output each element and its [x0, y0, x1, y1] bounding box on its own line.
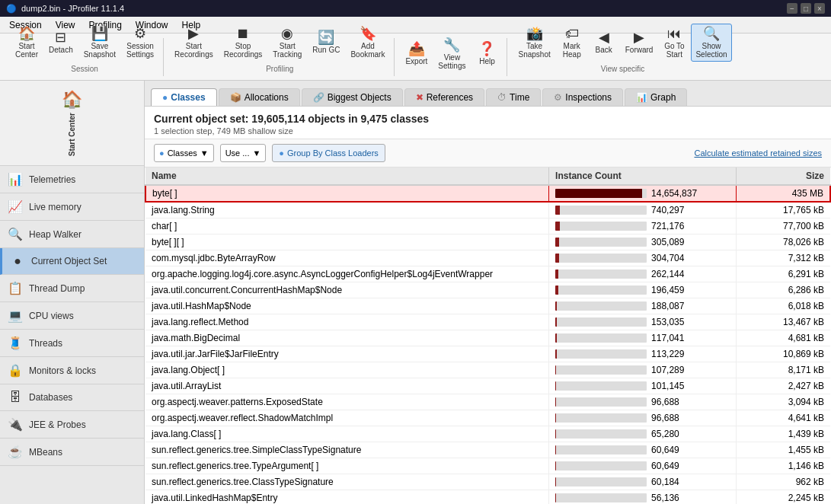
stop-icon: ⏹: [236, 27, 250, 40]
take-snapshot-button[interactable]: 📸 TakeSnapshot: [513, 24, 555, 62]
table-row[interactable]: byte[ ][ ]305,08978,026 kB: [145, 234, 830, 250]
cell-instance-count: 113,229: [549, 346, 737, 362]
data-table: Name Instance Count Size byte[ ]14,654,8…: [145, 167, 831, 504]
table-row[interactable]: java.util.concurrent.ConcurrentHashMap$N…: [145, 282, 830, 298]
tab-graph[interactable]: 📊 Graph: [625, 88, 687, 106]
minimize-button[interactable]: −: [787, 3, 797, 14]
table-row[interactable]: byte[ ]14,654,837435 MB: [145, 185, 830, 202]
mark-heap-button[interactable]: 🏷 MarkHeap: [557, 24, 587, 62]
cell-class-name: java.math.BigDecimal: [145, 330, 549, 346]
table-row[interactable]: java.util.LinkedHashMap$Entry56,1362,245…: [145, 490, 830, 505]
heap-walker-label: Heap Walker: [29, 229, 136, 240]
back-button[interactable]: ◀ Back: [589, 27, 619, 57]
go-to-start-button[interactable]: ⏮ Go ToStart: [659, 24, 689, 62]
cell-size: 8,171 kB: [737, 362, 830, 378]
count-value: 305,089: [651, 237, 684, 247]
sidebar-start-center[interactable]: 🏠 Start Center: [0, 81, 144, 166]
jee-probes-icon: 🔌: [8, 417, 23, 432]
help-button[interactable]: ❓ Help: [471, 39, 502, 69]
count-value: 101,145: [651, 381, 684, 391]
sidebar-item-mbeans[interactable]: ☕ MBeans: [0, 439, 144, 466]
session-settings-button[interactable]: ⚙ SessionSettings: [122, 24, 158, 62]
tab-allocations[interactable]: 📦 Allocations: [219, 88, 300, 106]
sidebar-item-jee-probes[interactable]: 🔌 JEE & Probes: [0, 411, 144, 439]
sidebar-item-monitors-locks[interactable]: 🔒 Monitors & locks: [0, 357, 144, 384]
cell-instance-count: 740,297: [549, 202, 737, 219]
table-row[interactable]: java.lang.String740,29717,765 kB: [145, 202, 830, 219]
table-row[interactable]: char[ ]721,17677,700 kB: [145, 219, 830, 234]
sidebar-item-cpu-views[interactable]: 💻 CPU views: [0, 302, 144, 330]
table-row[interactable]: java.util.HashMap$Node188,0876,018 kB: [145, 298, 830, 314]
sidebar-item-heap-walker[interactable]: 🔍 Heap Walker: [0, 221, 144, 248]
start-center-button[interactable]: 🏠 StartCenter: [11, 24, 43, 62]
run-gc-button[interactable]: 🔄 Run GC: [308, 27, 344, 57]
threads-icon: 🧵: [8, 336, 23, 350]
table-header-row: Name Instance Count Size: [145, 167, 830, 185]
title-bar-controls[interactable]: − □ ×: [787, 3, 825, 14]
cell-class-name: java.util.jar.JarFile$JarFileEntry: [145, 346, 549, 362]
group-by-class-loaders-button[interactable]: ● Group By Class Loaders: [272, 144, 385, 162]
classes-dropdown[interactable]: ● Classes ▼: [154, 144, 214, 162]
content-area: ● Classes 📦 Allocations 🔗 Biggest Object…: [145, 81, 831, 504]
sidebar-item-threads[interactable]: 🧵 Threads: [0, 330, 144, 357]
references-tab-icon: ✖: [416, 92, 423, 103]
view-settings-button[interactable]: 🔧 ViewSettings: [433, 35, 470, 73]
tab-inspections[interactable]: ⚙ Inspections: [542, 88, 623, 106]
sidebar-item-thread-dump[interactable]: 📋 Thread Dump: [0, 275, 144, 302]
table-row[interactable]: java.util.ArrayList101,1452,427 kB: [145, 378, 830, 394]
sidebar-item-telemetries[interactable]: 📊 Telemetries: [0, 166, 144, 193]
table-row[interactable]: sun.reflect.generics.tree.TypeArgument[ …: [145, 458, 830, 474]
table-row[interactable]: java.lang.reflect.Method153,03513,467 kB: [145, 314, 830, 330]
view-specific-group-label: View specific: [601, 65, 645, 73]
table-row[interactable]: java.math.BigDecimal117,0414,681 kB: [145, 330, 830, 346]
stop-recordings-button[interactable]: ⏹ StopRecordings: [219, 24, 267, 62]
use-dropdown[interactable]: Use ... ▼: [220, 144, 267, 162]
table-row[interactable]: java.util.jar.JarFile$JarFileEntry113,22…: [145, 346, 830, 362]
content-header: Current object set: 19,605,114 objects i…: [145, 107, 831, 139]
cell-class-name: org.aspectj.weaver.reflect.ShadowMatchIm…: [145, 410, 549, 426]
time-tab-icon: ⏱: [497, 92, 507, 103]
tab-references[interactable]: ✖ References: [404, 88, 484, 106]
thread-dump-icon: 📋: [8, 281, 23, 295]
cell-class-name: java.lang.String: [145, 202, 549, 219]
table-row[interactable]: java.lang.Class[ ]65,2801,439 kB: [145, 426, 830, 442]
table-row[interactable]: sun.reflect.generics.tree.ClassTypeSigna…: [145, 474, 830, 490]
table-row[interactable]: org.apache.logging.log4j.core.async.Asyn…: [145, 266, 830, 282]
start-tracking-button[interactable]: ◉ StartTracking: [268, 24, 306, 62]
table-row[interactable]: org.aspectj.weaver.patterns.ExposedState…: [145, 394, 830, 410]
tab-biggest-objects[interactable]: 🔗 Biggest Objects: [302, 88, 403, 106]
telemetries-label: Telemetries: [29, 174, 136, 185]
save-snapshot-button[interactable]: 💾 SaveSnapshot: [79, 24, 120, 62]
detach-button[interactable]: ⊟ Detach: [44, 27, 78, 57]
count-value: 304,704: [651, 253, 684, 263]
cell-instance-count: 188,087: [549, 298, 737, 314]
tab-time[interactable]: ⏱ Time: [486, 88, 541, 106]
table-row[interactable]: sun.reflect.generics.tree.SimpleClassTyp…: [145, 442, 830, 458]
sidebar-item-current-object-set[interactable]: ● Current Object Set: [0, 248, 144, 275]
graph-tab-label: Graph: [650, 92, 676, 103]
calculate-retained-sizes-link[interactable]: Calculate estimated retained sizes: [694, 148, 822, 158]
maximize-button[interactable]: □: [801, 3, 811, 14]
cell-class-name: sun.reflect.generics.tree.TypeArgument[ …: [145, 458, 549, 474]
sidebar-item-live-memory[interactable]: 📈 Live memory: [0, 193, 144, 221]
add-bookmark-button[interactable]: 🔖 AddBookmark: [346, 24, 389, 62]
export-button[interactable]: 📤 Export: [401, 39, 432, 69]
table-row[interactable]: com.mysql.jdbc.ByteArrayRow304,7047,312 …: [145, 250, 830, 266]
sidebar-item-databases[interactable]: 🗄 Databases: [0, 384, 144, 411]
forward-button[interactable]: ▶ Forward: [621, 27, 658, 57]
cell-size: 962 kB: [737, 474, 830, 490]
table-row[interactable]: org.aspectj.weaver.reflect.ShadowMatchIm…: [145, 410, 830, 426]
tab-classes[interactable]: ● Classes: [151, 88, 217, 106]
table-row[interactable]: java.lang.Object[ ]107,2898,171 kB: [145, 362, 830, 378]
cell-size: 4,641 kB: [737, 410, 830, 426]
cell-instance-count: 721,176: [549, 219, 737, 234]
start-center-sidebar-icon: 🏠: [62, 90, 82, 110]
close-button[interactable]: ×: [814, 3, 825, 14]
cell-size: 1,439 kB: [737, 426, 830, 442]
count-value: 60,184: [651, 477, 679, 487]
databases-label: Databases: [29, 392, 136, 403]
session-group-label: Session: [71, 65, 98, 73]
back-icon: ◀: [599, 30, 609, 44]
start-recordings-button[interactable]: ▶ StartRecordings: [170, 24, 218, 62]
show-selection-button[interactable]: 🔍 ShowSelection: [691, 24, 731, 62]
